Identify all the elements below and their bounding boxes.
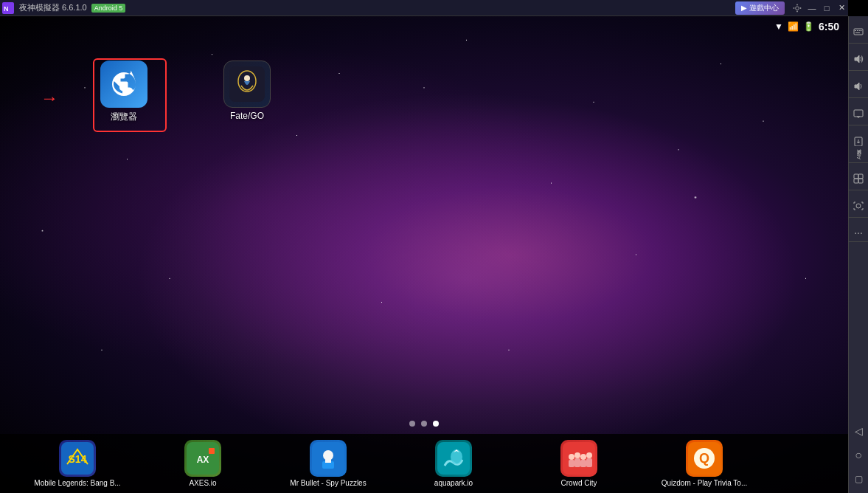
taskbar-mobile-legends[interactable]: S14 Mobile Legends: Bang B... xyxy=(15,437,140,490)
monitor-icon xyxy=(852,107,865,120)
sidebar-volume-up[interactable]: 調窗音量 xyxy=(849,49,868,71)
fate-go-label: Fate/GO xyxy=(230,111,264,121)
page-dot-1 xyxy=(409,421,415,427)
battery-icon: 🔋 xyxy=(803,21,814,32)
svg-point-20 xyxy=(586,452,592,458)
svg-rect-36 xyxy=(854,110,863,117)
fate-go-icon[interactable]: Fate/GO xyxy=(218,61,277,121)
app-title: 夜神模擬器 6.6.1.0 xyxy=(19,2,87,13)
axes-label: AXES.io xyxy=(189,479,216,487)
svg-text:AX: AX xyxy=(197,455,209,465)
mobile-legends-icon: S14 xyxy=(59,440,96,477)
svg-rect-30 xyxy=(857,30,858,31)
page-indicator xyxy=(0,421,848,427)
wifi-icon: ▼ xyxy=(774,21,783,32)
svg-rect-41 xyxy=(854,174,858,179)
sidebar-recent[interactable]: ▢ xyxy=(849,471,868,487)
statusbar: ▼ 📶 🔋 6:50 xyxy=(0,16,848,37)
game-center-button[interactable]: ▶ 遊戲中心 xyxy=(735,1,785,15)
browser-label: 瀏覽器 xyxy=(111,111,137,123)
more-dots: ··· xyxy=(854,227,863,238)
install-apk-label: 安裝APK xyxy=(856,149,861,159)
svg-marker-34 xyxy=(855,55,859,63)
svg-marker-35 xyxy=(855,83,859,90)
svg-rect-44 xyxy=(858,179,863,183)
svg-rect-31 xyxy=(859,30,861,31)
volume-down-icon xyxy=(852,80,865,93)
svg-rect-13 xyxy=(325,458,331,463)
svg-rect-22 xyxy=(574,458,580,467)
taskbar-crowd-city[interactable]: Crowd City xyxy=(516,437,642,490)
taskbar: S14 Mobile Legends: Bang B... AX AXES.io xyxy=(0,434,848,493)
sidebar-multi-window[interactable]: 多視窗器 xyxy=(849,169,868,190)
axes-icon: AX xyxy=(184,440,221,477)
browser-icon-image xyxy=(100,61,147,108)
svg-text:N: N xyxy=(4,5,9,13)
svg-rect-23 xyxy=(580,460,586,467)
svg-text:Q: Q xyxy=(699,451,709,466)
svg-point-15 xyxy=(451,449,462,464)
page-dot-2 xyxy=(421,421,427,427)
svg-rect-43 xyxy=(854,179,858,183)
quizdom-icon: Q xyxy=(686,440,723,477)
svg-rect-28 xyxy=(854,29,863,35)
minimize-button[interactable]: — xyxy=(805,1,819,15)
svg-rect-9 xyxy=(209,448,215,454)
install-icon xyxy=(852,134,865,148)
arrow-indicator: → xyxy=(41,88,58,108)
sidebar: 設定鍵盤 調窗音量 調低音量 搖桿視窗 xyxy=(848,16,868,493)
sidebar-volume-down[interactable]: 調低音量 xyxy=(849,77,868,98)
page-dot-3 xyxy=(433,421,439,427)
svg-rect-32 xyxy=(861,30,862,31)
sidebar-keyboard[interactable]: 設定鍵盤 xyxy=(849,22,868,44)
keyboard-icon xyxy=(852,25,865,38)
crowd-city-icon xyxy=(560,440,597,477)
browser-app-icon[interactable]: 瀏覽器 xyxy=(94,61,153,123)
sidebar-home[interactable]: ○ xyxy=(849,446,868,465)
svg-point-4 xyxy=(244,75,250,81)
taskbar-mr-bullet[interactable]: Mr Bullet - Spy Puzzles xyxy=(265,437,391,490)
close-button[interactable]: ✕ xyxy=(835,1,848,15)
quizdom-label: Quizdom - Play Trivia To... xyxy=(662,479,748,487)
recent-icon: ▢ xyxy=(855,474,863,484)
svg-point-19 xyxy=(580,454,586,460)
svg-rect-29 xyxy=(855,30,856,31)
nox-logo: N xyxy=(0,0,16,16)
svg-rect-42 xyxy=(858,174,863,179)
settings-button[interactable] xyxy=(791,1,804,15)
maximize-button[interactable]: □ xyxy=(820,1,833,15)
multi-window-icon xyxy=(852,172,865,185)
taskbar-aquapark[interactable]: aquapark.io xyxy=(391,437,516,490)
clock: 6:50 xyxy=(819,21,839,32)
sidebar-screenshot[interactable]: 截取螢幕 xyxy=(849,196,868,218)
svg-point-18 xyxy=(574,452,580,458)
taskbar-quizdom[interactable]: Q Quizdom - Play Trivia To... xyxy=(642,437,767,490)
taskbar-axes[interactable]: AX AXES.io xyxy=(140,437,265,490)
screenshot-icon xyxy=(852,199,865,213)
signal-icon: 📶 xyxy=(788,21,799,32)
mr-bullet-label: Mr Bullet - Spy Puzzles xyxy=(290,479,366,487)
mr-bullet-icon xyxy=(310,440,347,477)
sidebar-back[interactable]: ◁ xyxy=(849,422,868,440)
emulator-screen: ▼ 📶 🔋 6:50 → 瀏覽器 Fate/GO xyxy=(0,16,848,493)
svg-rect-33 xyxy=(855,32,860,33)
svg-rect-24 xyxy=(586,458,592,467)
mobile-legends-label: Mobile Legends: Bang B... xyxy=(34,479,120,487)
svg-point-17 xyxy=(569,454,574,460)
sidebar-screen[interactable]: 搖桿視窗 xyxy=(849,104,868,125)
svg-rect-21 xyxy=(569,460,574,467)
back-icon: ◁ xyxy=(855,425,863,437)
aquapark-icon xyxy=(435,440,472,477)
svg-point-45 xyxy=(856,204,861,208)
sidebar-install-apk[interactable]: 安裝APK xyxy=(849,131,868,163)
android-badge: Android 5 xyxy=(91,4,126,13)
crowd-city-label: Crowd City xyxy=(561,479,597,487)
aquapark-label: aquapark.io xyxy=(434,479,473,487)
window-controls: — □ ✕ xyxy=(791,1,848,15)
titlebar: N 夜神模擬器 6.6.1.0 Android 5 ▶ 遊戲中心 — □ ✕ xyxy=(0,0,848,16)
home-icon: ○ xyxy=(855,449,862,462)
volume-up-icon xyxy=(852,52,865,66)
sidebar-more[interactable]: ··· xyxy=(849,224,868,242)
